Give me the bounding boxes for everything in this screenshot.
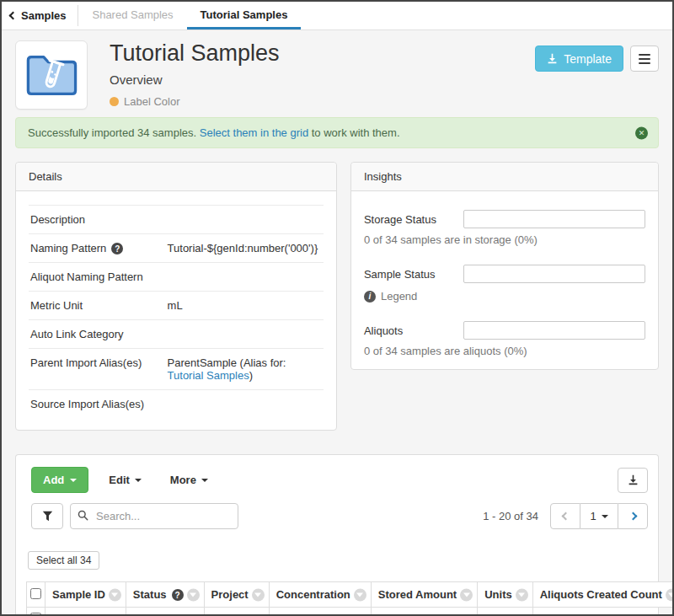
tab-tutorial-samples[interactable]: Tutorial Samples [187,2,302,29]
filter-funnel-icon [42,511,53,522]
column-header-sample-id[interactable]: Sample ID [45,582,126,608]
add-button-label: Add [43,474,64,486]
back-to-samples-link[interactable]: Samples [2,2,78,29]
tutorial-samples-link[interactable]: Tutorial Samples [168,369,249,382]
column-menu-icon[interactable] [666,588,674,601]
column-menu-icon[interactable] [109,588,121,601]
help-question-icon[interactable]: ? [111,243,123,254]
column-label: Sample ID [52,588,105,601]
field-value: Tutorial-${genId:number('000')} [168,242,322,254]
column-menu-icon[interactable] [354,588,366,601]
caret-down-icon [70,479,77,482]
pagination-controls: 1 [550,503,648,529]
manage-menu-button[interactable] [630,46,659,72]
insights-panel-title: Insights [351,163,658,191]
alert-text-suffix: to work with them. [308,126,399,139]
pagination-range-text: 1 - 20 of 34 [483,510,538,522]
legend-toggle[interactable]: i Legend [364,290,645,303]
field-value [168,328,322,340]
edit-dropdown-button[interactable]: Edit [100,468,150,492]
field-label: Naming Pattern [30,242,106,254]
download-icon [547,53,558,64]
details-panel-body: Description Naming Pattern ? Tutorial-${… [16,191,336,430]
column-menu-icon[interactable] [516,588,528,601]
column-label: Status [133,588,167,601]
column-header-concentration[interactable]: Concentration [269,582,371,608]
metric-caption: 0 of 34 samples are in storage (0%) [364,233,645,246]
page-header: Tutorial Samples Overview Label Color Te… [15,40,659,110]
template-button[interactable]: Template [535,46,623,72]
metric-label: Sample Status [364,268,463,281]
aliquots-metric: Aliquots 0 of 34 samples are aliquots (0… [364,321,645,357]
column-header-aliquots-created-count[interactable]: Aliquots Created Count [532,582,674,608]
field-label: Auto Link Category [30,328,124,340]
field-value [168,398,322,410]
export-button[interactable] [618,468,648,493]
grid-toolbar-secondary: 1 - 20 of 34 1 [26,503,648,529]
add-dropdown-button[interactable]: Add [31,467,88,493]
samples-table: Sample ID Status ? Project [26,581,674,616]
column-header-stored-amount[interactable]: Stored Amount [371,582,477,608]
column-header-status[interactable]: Status ? [126,582,204,608]
cell-status [126,608,204,616]
field-value: mL [168,299,322,312]
next-page-button[interactable] [618,503,648,529]
search-input[interactable] [70,503,238,529]
page-subtitle: Overview [110,72,535,87]
cell-stored-amount [371,608,477,616]
alert-text: Successfully imported 34 samples. [28,126,196,139]
more-dropdown-button[interactable]: More [162,468,217,492]
caret-down-icon [201,479,208,482]
caret-down-icon [135,479,142,482]
caret-down-icon [602,515,608,518]
info-icon: i [364,291,376,303]
table-row: Tutorial-034 Tutorial 0.3 mL [27,608,674,616]
back-link-label: Samples [21,9,66,22]
field-label: Description [30,213,85,226]
select-all-button[interactable]: Select all 34 [28,551,99,570]
success-alert: Successfully imported 34 samples. Select… [15,117,659,148]
hamburger-icon [639,54,650,56]
insights-panel-body: Storage Status 0 of 34 samples are in st… [351,191,658,369]
storage-status-metric: Storage Status 0 of 34 samples are in st… [364,210,645,246]
select-all-checkbox[interactable] [30,588,41,599]
hamburger-icon [639,58,650,60]
sample-status-bar [463,265,645,283]
column-menu-icon[interactable] [187,588,200,601]
select-all-checkbox-cell [27,582,45,608]
cell-aliquots-created-count [532,608,674,616]
previous-page-button[interactable] [550,503,580,529]
sample-link[interactable]: Tutorial-034 [52,613,110,616]
tab-shared-samples[interactable]: Shared Samples [78,2,186,29]
label-color-row: Label Color [110,95,535,108]
column-header-units[interactable]: Units [478,582,533,608]
column-menu-icon[interactable] [252,588,265,601]
row-checkbox[interactable] [30,613,41,616]
field-label: Source Import Alias(es) [30,398,144,410]
select-in-grid-link[interactable]: Select them in the grid [200,126,308,139]
page-number-label: 1 [590,510,596,522]
tab-label: Tutorial Samples [201,8,288,21]
metric-label: Storage Status [364,213,463,226]
sample-type-icon-card [15,40,88,110]
cell-concentration: 0.3 [269,608,371,616]
sample-status-metric: Sample Status i Legend [364,265,645,303]
label-color-dot-icon [110,97,119,106]
page-number-dropdown[interactable]: 1 [580,503,618,529]
column-menu-icon[interactable] [460,588,473,601]
page-title: Tutorial Samples [110,40,535,67]
filter-button[interactable] [31,503,63,529]
column-label: Project [211,588,249,601]
details-row-auto-link-category: Auto Link Category [29,319,324,348]
grid-toolbar-primary: Add Edit More [26,467,648,493]
help-question-icon[interactable]: ? [172,589,184,601]
header-text: Tutorial Samples Overview Label Color [110,40,535,108]
label-color-text: Label Color [124,95,180,108]
field-value [168,271,322,283]
sample-folder-icon [25,51,78,99]
column-label: Stored Amount [378,588,457,601]
alert-close-icon[interactable]: ✕ [635,126,648,139]
metric-label: Aliquots [364,324,463,337]
samples-grid-panel: Add Edit More [15,454,659,616]
column-header-project[interactable]: Project [204,582,269,608]
